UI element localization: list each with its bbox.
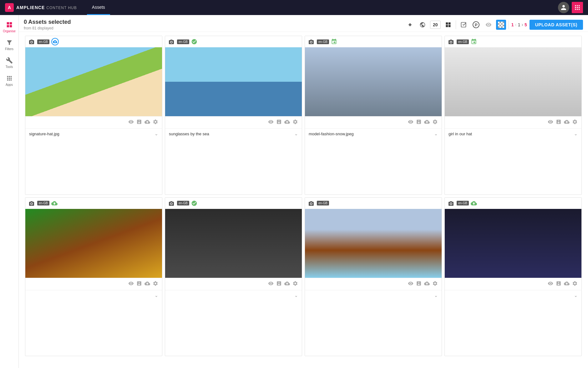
sidebar-item-filters-label: Filters [5,47,13,51]
asset-footer: sunglasses by the sea ⌄ [165,128,302,139]
sidebar: Organise Filters Tools Apps [0,15,19,368]
sort-button[interactable] [405,20,415,30]
settings-action-icon[interactable] [153,119,158,126]
upload-action-icon[interactable] [144,119,150,126]
page-next[interactable]: › [522,22,523,28]
pagination: 1 ‹ 1 › 5 [511,22,527,28]
nav-right [558,2,583,13]
assets-selected-text: 0 Assets selected [24,19,403,25]
info-action-icon[interactable] [276,119,282,126]
settings-action-icon[interactable] [432,281,438,288]
info-action-icon[interactable] [556,281,561,288]
info-action-icon[interactable] [416,119,422,126]
settings-action-icon[interactable] [292,281,298,288]
svg-rect-3 [498,22,499,23]
page-current: 1 [511,22,514,27]
camera-icon [447,200,455,207]
sidebar-item-apps[interactable]: Apps [1,72,18,89]
preview-action-icon[interactable] [548,281,553,288]
locale-button[interactable] [418,20,428,30]
preview-action-icon[interactable] [268,281,274,288]
upload-action-icon[interactable] [564,281,570,288]
upload-action-icon[interactable] [564,119,570,126]
nav-tab-assets[interactable]: Assets [87,0,110,15]
expand-icon[interactable]: ⌄ [434,293,438,298]
info-action-icon[interactable] [556,119,561,126]
camera-icon [28,38,35,45]
asset-thumbnail [305,47,442,116]
expand-icon[interactable]: ⌄ [294,131,298,136]
asset-card: en-GB ⌄ [165,197,302,356]
expand-icon[interactable]: ⌄ [155,293,158,298]
asset-card: en-GB [444,36,582,195]
from-displayed: from 81 displayed [24,26,403,30]
settings-action-icon[interactable] [292,119,298,126]
info-action-icon[interactable] [136,281,142,288]
locale-badge: en-GB [317,201,329,205]
status-check-icon [331,39,337,45]
preview-action-icon[interactable] [548,119,553,126]
info-action-icon[interactable] [136,119,142,126]
svg-rect-6 [503,22,504,23]
asset-actions [445,278,581,290]
camera-icon [307,200,315,207]
camera-icon [307,38,315,45]
info-action-icon[interactable] [416,281,422,288]
page-size-button[interactable]: 20 [430,21,441,29]
page-prev[interactable]: ‹ [515,22,516,28]
toolbar: 0 Assets selected from 81 displayed 20 [19,15,588,32]
preview-action-icon[interactable] [128,281,134,288]
expand-icon[interactable]: ⌄ [574,131,578,136]
asset-footer: model-fashion-snow.jpeg ⌄ [305,128,442,139]
asset-name: signature-hat.jpg [29,132,59,136]
publish-button[interactable]: P [471,20,481,30]
grid-view-button[interactable] [443,20,453,30]
upload-action-icon[interactable] [284,281,290,288]
preview-action-icon[interactable] [128,119,134,126]
page-separator: 1 [518,22,520,27]
asset-footer: ⌄ [305,290,442,300]
asset-footer: ⌄ [25,290,162,300]
locale-badge: en-GB [317,39,329,44]
sidebar-item-filters[interactable]: Filters [1,37,18,53]
preview-action-icon[interactable] [408,281,413,288]
sidebar-item-tools[interactable]: Tools [1,54,18,71]
locale-badge: en-GB [457,201,469,205]
asset-actions [305,278,442,290]
upload-action-icon[interactable] [424,119,430,126]
settings-action-icon[interactable] [432,119,438,126]
select-all-button[interactable] [459,20,469,30]
expand-icon[interactable]: ⌄ [574,293,578,298]
svg-rect-17 [501,26,503,28]
preview-action-icon[interactable] [268,119,274,126]
sidebar-item-organise[interactable]: Organise [1,19,18,35]
preview-button[interactable] [484,20,494,30]
settings-action-icon[interactable] [572,119,578,126]
svg-rect-16 [499,26,501,28]
expand-icon[interactable]: ⌄ [434,131,438,136]
svg-rect-12 [499,25,501,26]
grid-view-icon[interactable] [572,2,583,13]
upload-action-icon[interactable] [144,281,150,288]
sidebar-item-apps-label: Apps [6,83,13,86]
upload-action-icon[interactable] [284,119,290,126]
user-avatar[interactable] [558,2,569,13]
cloud-up-icon [51,200,58,206]
transparency-button[interactable] [496,20,506,30]
info-action-icon[interactable] [276,281,282,288]
settings-action-icon[interactable] [572,281,578,288]
settings-action-icon[interactable] [153,281,158,288]
upload-button[interactable]: UPLOAD ASSET(S) [530,20,583,30]
svg-rect-10 [503,23,504,25]
preview-action-icon[interactable] [408,119,413,126]
locale-badge: en-GB [177,39,189,44]
top-navigation: A AMPLIENCE CONTENT HUB Assets [0,0,588,15]
expand-icon[interactable]: ⌄ [155,131,158,136]
expand-icon[interactable]: ⌄ [294,293,298,298]
asset-card-header: en-GB [25,36,162,47]
locale-badge: en-GB [177,201,189,205]
locale-badge: en-GB [37,39,49,44]
toolbar-controls: 20 P 1 [405,20,583,30]
main-content: 0 Assets selected from 81 displayed 20 [19,15,588,368]
upload-action-icon[interactable] [424,281,430,288]
